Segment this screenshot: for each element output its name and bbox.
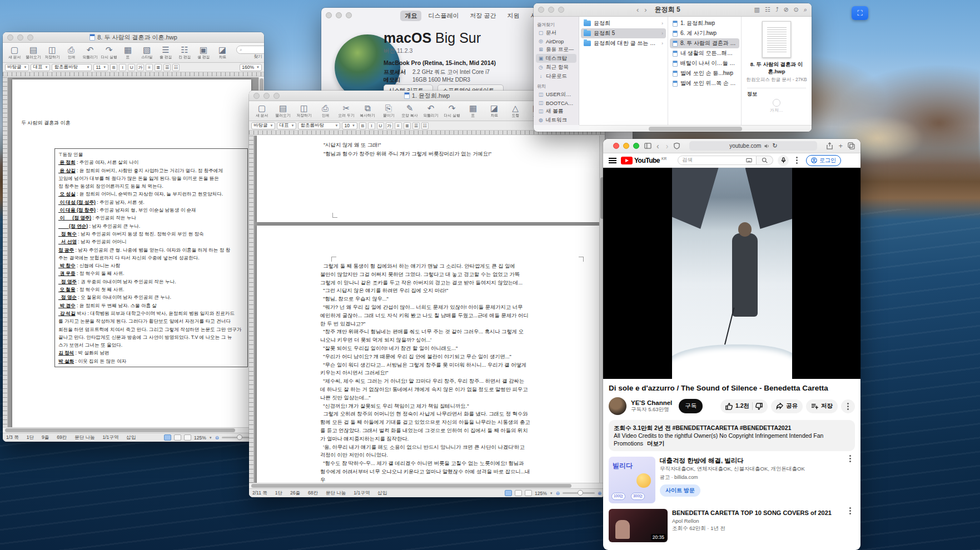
finder-toolbar-icon[interactable]: ⤴: [775, 6, 779, 13]
file-row[interactable]: 1. 윤정희.hwp: [670, 18, 739, 28]
zoom-select[interactable]: 160%▼: [240, 64, 262, 71]
format-button[interactable]: ≡: [395, 122, 402, 129]
format-button[interactable]: I: [368, 122, 375, 129]
keyboard-icon[interactable]: [746, 157, 752, 163]
folder-row[interactable]: 윤정희에 대한 글 쓰는 방법론›: [581, 38, 666, 48]
search-input[interactable]: 검색: [678, 156, 757, 165]
forward-icon[interactable]: ›: [666, 142, 669, 151]
share-icon[interactable]: [826, 142, 833, 149]
window-controls[interactable]: [253, 93, 280, 99]
toolbar-button[interactable]: ▤불러오기: [272, 104, 293, 118]
format-button[interactable]: ☰: [412, 122, 420, 129]
sidebar-item[interactable]: ◷최근 항목: [536, 63, 576, 72]
toolbar-button[interactable]: ▧스타일: [137, 46, 156, 60]
signin-button[interactable]: 로그인: [806, 155, 841, 166]
vertical-ruler[interactable]: [249, 136, 254, 483]
style-select[interactable]: 바탕글▼: [251, 122, 275, 129]
width-fit-icon[interactable]: [515, 490, 522, 496]
zoom-level[interactable]: 125%: [194, 435, 206, 441]
hwp-window-middle[interactable]: 1. 윤정희.hwp ▢새 문서 ▤불러오기 ◫저장하기 ⎙인쇄 ✂오려 두기 …: [249, 91, 605, 497]
toolbar-button[interactable]: ↷다시 실행: [441, 104, 462, 118]
ad-thumbnail[interactable]: 빌리다 100만 300만: [609, 457, 655, 503]
more-actions-button[interactable]: [841, 399, 855, 413]
width-fit-icon[interactable]: [174, 434, 181, 441]
folder-row[interactable]: 윤정희 5›: [581, 28, 666, 38]
toolbar-button[interactable]: ☰줄 편집: [156, 46, 175, 60]
next-video-card[interactable]: 20:35 BENEDETTA CARETTA TOP 10 SONG COVE…: [609, 509, 855, 542]
screen-capture-indicator-icon[interactable]: ⛶: [852, 6, 868, 20]
address-bar[interactable]: youtube.com ↻: [689, 141, 817, 151]
font-select[interactable]: 함초롬바탕▼: [298, 122, 340, 129]
font-select[interactable]: 함초롬바탕▼: [52, 64, 92, 71]
sidebar-item[interactable]: ◎AirDrop: [536, 37, 576, 45]
about-tab[interactable]: 지원: [503, 11, 524, 21]
menu-icon[interactable]: [609, 158, 616, 163]
next-video-channel[interactable]: Apol Rellon: [672, 518, 855, 524]
window-controls[interactable]: [613, 143, 639, 149]
format-button[interactable]: ≣: [155, 64, 162, 71]
toolbar-button[interactable]: ↶되돌리기: [81, 46, 100, 60]
format-button[interactable]: 가: [137, 64, 144, 71]
safari-window[interactable]: ‹› youtube.com ↻ + YouTube KR 검색: [603, 139, 860, 550]
kebab-menu-icon[interactable]: [796, 159, 798, 161]
sidebar-item[interactable]: ◫새 볼륨: [536, 107, 576, 116]
toolbar-button[interactable]: ◫저장하기: [293, 104, 315, 118]
finder-toolbar-icon[interactable]: ⊘: [783, 6, 788, 13]
dislike-icon[interactable]: [755, 403, 763, 410]
font-size-select[interactable]: 10▼: [342, 122, 357, 129]
format-button[interactable]: U: [377, 122, 384, 129]
toolbar-button[interactable]: ⎘붙이기: [378, 104, 399, 118]
audio-playing-icon[interactable]: [764, 143, 769, 149]
zoom-level[interactable]: 125%: [535, 491, 547, 496]
file-row[interactable]: 6. 계 사기.hwp: [670, 28, 739, 38]
vertical-ruler[interactable]: [3, 77, 8, 427]
zoom-out-icon[interactable]: ⊖: [556, 491, 560, 496]
kebab-menu-icon[interactable]: [849, 510, 851, 512]
toolbar-button[interactable]: ▢새 문서: [251, 104, 272, 118]
sidebar-item[interactable]: ▣데스크탑: [536, 54, 576, 63]
next-video-thumbnail[interactable]: 20:35: [609, 509, 668, 542]
forward-icon[interactable]: ›: [644, 6, 646, 14]
format-button[interactable]: ☰: [163, 64, 171, 71]
format-button[interactable]: ☷: [421, 122, 429, 129]
page-fit-icon[interactable]: [184, 434, 191, 441]
finder-window[interactable]: ‹› 윤정희 5 ▥☷⤴⊘⊙⌕ 즐겨찾기 ▢문서 ◎AirDrop ⊞응용 프로…: [534, 3, 812, 132]
toolbar-button[interactable]: ↷다시 실행: [100, 46, 118, 60]
finder-toolbar-icon[interactable]: ⌕: [804, 6, 807, 13]
format-button[interactable]: ≡: [146, 64, 153, 71]
channel-avatar[interactable]: [609, 397, 626, 415]
find-field[interactable]: ⌕ 찾기: [236, 46, 264, 59]
like-dislike-pill[interactable]: 1.2천: [720, 399, 768, 413]
privacy-shield-icon[interactable]: [673, 142, 680, 149]
reload-icon[interactable]: ↻: [772, 142, 777, 149]
toolbar-button[interactable]: ⎙인쇄: [315, 104, 336, 118]
sidebar-item[interactable]: ▢문서: [536, 28, 576, 37]
ad-title[interactable]: 대출걱정 한방에 해결, 빌리다: [660, 457, 855, 464]
toolbar-button[interactable]: ▦표: [118, 46, 137, 60]
toolbar-button[interactable]: ▢새 문서: [5, 46, 24, 60]
sidebar-item[interactable]: ⊞응용 프로—: [536, 45, 576, 54]
subscribe-button[interactable]: 구독: [679, 399, 703, 413]
tab-overview-icon[interactable]: [848, 142, 855, 149]
style-select[interactable]: 바탕글▼: [5, 64, 29, 71]
document-page-1[interactable]: "시답지 않게 왜 또 그래!""형님과 형수가 창주만 위해 주니 걔가 그렇…: [257, 136, 599, 222]
page-view-icon[interactable]: [164, 434, 171, 441]
toolbar-button[interactable]: ◪차트: [484, 104, 505, 118]
back-icon[interactable]: ‹: [656, 142, 659, 151]
about-tab[interactable]: 개요: [400, 11, 421, 21]
like-icon[interactable]: [725, 403, 733, 410]
toolbar-button[interactable]: ⧉복사하기: [357, 104, 378, 118]
format-button[interactable]: U: [128, 64, 135, 71]
document-page[interactable]: 두 사람의 결혼과 이혼 ⊤등장 인물 윤 정희 : 주인공 여자, 서른 살의…: [12, 79, 251, 427]
description-box[interactable]: 조회수 3.1만회 2년 전 #BENEDETTACARETTA #BENEDE…: [609, 420, 855, 451]
toolbar-button[interactable]: △도형: [505, 104, 526, 118]
shape-select[interactable]: 대표▼: [277, 122, 296, 129]
format-button[interactable]: ☷: [172, 64, 180, 71]
finder-toolbar-icon[interactable]: ⊙: [794, 6, 799, 13]
toolbar-button[interactable]: ▣셀 편집: [194, 46, 213, 60]
mic-button[interactable]: [778, 155, 789, 166]
sidebar-icon[interactable]: [644, 142, 651, 149]
share-button[interactable]: 공유: [771, 399, 803, 413]
toolbar-button[interactable]: ✂오려 두기: [336, 104, 357, 118]
file-row[interactable]: 내 생활의 모든...해당된다.hwp: [670, 48, 739, 58]
